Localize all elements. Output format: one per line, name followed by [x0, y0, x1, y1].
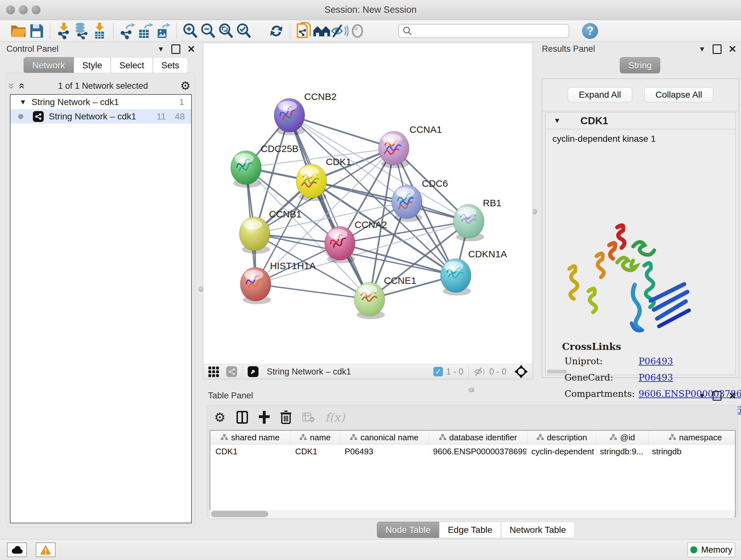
import-network-database-button[interactable]: [73, 22, 91, 40]
expand-all-button[interactable]: Expand All: [568, 87, 632, 103]
table-cell[interactable]: cyclin-dependent ...: [526, 444, 595, 458]
node-CCNA1[interactable]: CCNA1: [379, 124, 442, 168]
panel-menu-icon[interactable]: ▼: [157, 45, 164, 53]
zoom-fit-button[interactable]: [217, 22, 235, 40]
hide-selected-button[interactable]: [331, 22, 348, 40]
panel-menu-icon[interactable]: ▼: [698, 392, 705, 400]
zoom-selected-button[interactable]: [235, 22, 253, 40]
table-cell[interactable]: CDK1: [210, 444, 290, 458]
network-view[interactable]: CCNB2CCNA1CDC25BCDK1CDC6RB1CCNB1CCNA2CDK…: [203, 43, 533, 379]
export-image-button[interactable]: [154, 22, 172, 40]
network-collection-row[interactable]: ▼ String Network – cdk1 1: [10, 95, 191, 109]
node-CCNB1[interactable]: CCNB1: [239, 209, 301, 254]
panel-close-icon[interactable]: ✕: [729, 391, 737, 401]
node-CDKN1A[interactable]: CDKN1A: [441, 249, 507, 296]
column-header-database-identifier[interactable]: database identifier: [429, 431, 528, 444]
panel-float-icon[interactable]: [713, 391, 722, 401]
crosslink-link[interactable]: P06493: [638, 372, 673, 383]
import-network-file-button[interactable]: [55, 22, 73, 40]
panel-menu-icon[interactable]: ▼: [698, 45, 705, 53]
memory-button[interactable]: Memory: [687, 543, 735, 557]
panel-close-icon[interactable]: ✕: [729, 44, 737, 54]
column-header-shared-name[interactable]: shared name: [210, 431, 290, 444]
edge-CCNE1-HIST1H1A[interactable]: [256, 284, 369, 299]
zoom-out-button[interactable]: [199, 22, 217, 40]
open-session-button[interactable]: [10, 22, 27, 40]
table-cell[interactable]: 9606.ENSP00000378699: [428, 444, 526, 458]
tab-style[interactable]: Style: [74, 57, 111, 73]
show-columns-icon[interactable]: [237, 411, 248, 424]
network-row[interactable]: String Network – cdk1 11 48: [10, 109, 191, 124]
table-hscrollbar-thumb[interactable]: [211, 511, 268, 517]
network-canvas[interactable]: CCNB2CCNA1CDC25BCDK1CDC6RB1CCNB1CCNA2CDK…: [203, 43, 532, 364]
show-selected-button[interactable]: [348, 22, 366, 40]
neighborhood-button[interactable]: [313, 22, 331, 40]
export-table-button[interactable]: [136, 22, 154, 40]
panel-close-icon[interactable]: ✕: [187, 44, 195, 54]
collapse-triangle-icon[interactable]: ▼: [554, 117, 561, 125]
table-row[interactable]: CDK1CDK1P064939606.ENSP00000378699cyclin…: [210, 444, 735, 458]
expand-all-networks-icon[interactable]: «: [17, 83, 28, 89]
column-header-canonical-name[interactable]: canonical name: [340, 431, 429, 444]
gene-section-header[interactable]: ▼ CDK1: [545, 112, 736, 129]
question-mark-icon: ?: [587, 24, 594, 38]
add-column-icon[interactable]: [259, 411, 270, 424]
import-table-button[interactable]: [91, 22, 109, 40]
results-panel-title: Results Panel: [542, 44, 595, 54]
tab-sets[interactable]: Sets: [153, 57, 188, 73]
tab-string[interactable]: String: [620, 57, 660, 73]
table-cell[interactable]: CDK1: [290, 444, 340, 458]
column-type-icon: [669, 434, 676, 441]
warnings-button[interactable]: [36, 543, 56, 557]
export-image-icon: [154, 23, 171, 39]
collapse-all-button[interactable]: Collapse All: [644, 87, 713, 103]
cloud-status-button[interactable]: [7, 543, 27, 557]
table-hscrollbar-track: [210, 510, 734, 518]
selected-checkbox-icon[interactable]: ✓: [433, 367, 443, 376]
column-header-description[interactable]: description: [528, 431, 596, 444]
network-tree: ▼ String Network – cdk1 1 String Network…: [10, 94, 192, 523]
tab-node-table[interactable]: Node Table: [377, 522, 439, 538]
column-header-namespace[interactable]: namespace: [649, 431, 736, 444]
gear-icon[interactable]: ⚙: [214, 410, 226, 425]
zoom-in-button[interactable]: [181, 22, 199, 40]
table-cell[interactable]: stringdb: [647, 444, 736, 458]
help-button[interactable]: ?: [582, 23, 598, 39]
node-table[interactable]: shared namenamecanonical namedatabase id…: [210, 430, 736, 517]
edge-CCNB2-CCNA1[interactable]: [289, 115, 394, 148]
detach-view-icon[interactable]: [248, 366, 259, 377]
tab-network[interactable]: Network: [23, 57, 74, 73]
table-cell[interactable]: P06493: [340, 444, 428, 458]
tab-edge-table[interactable]: Edge Table: [439, 522, 501, 538]
edge-CCNB2-CCNE1[interactable]: [289, 115, 369, 299]
grid-view-icon[interactable]: [208, 365, 220, 378]
node-HIST1H1A[interactable]: HIST1H1A: [240, 260, 316, 304]
tab-network-table[interactable]: Network Table: [501, 522, 575, 538]
results-hscrollbar[interactable]: [547, 370, 567, 374]
zoom-fit-icon: [218, 23, 234, 39]
node-count: 11: [157, 111, 166, 122]
collapse-all-networks-icon[interactable]: »: [7, 83, 17, 89]
node-CCNE1[interactable]: CCNE1: [354, 275, 416, 319]
column-header--id[interactable]: @id: [596, 431, 649, 444]
gear-icon[interactable]: ⚙: [180, 79, 191, 92]
save-session-button[interactable]: [27, 22, 45, 40]
export-network-button[interactable]: [118, 22, 136, 40]
node-CDC6[interactable]: CDC6: [392, 178, 448, 222]
node-CCNB2[interactable]: CCNB2: [274, 91, 337, 135]
column-header-name[interactable]: name: [290, 431, 340, 444]
hidden-counts: 0 - 0: [489, 367, 507, 377]
node-RB1[interactable]: RB1: [454, 198, 501, 241]
refresh-button[interactable]: [267, 22, 285, 40]
collapse-triangle-icon[interactable]: ▼: [19, 98, 26, 106]
crosslink-link[interactable]: P06493: [638, 356, 673, 367]
delete-column-icon[interactable]: [280, 411, 291, 424]
birds-eye-icon[interactable]: [514, 365, 528, 379]
panel-float-icon[interactable]: [172, 44, 180, 54]
panel-float-icon[interactable]: [713, 44, 722, 54]
table-cell[interactable]: stringdb:9...: [595, 444, 647, 458]
tab-select[interactable]: Select: [111, 57, 153, 73]
search-input[interactable]: [398, 24, 569, 38]
node-table-box: ⚙: [207, 405, 738, 519]
share-document-button[interactable]: [295, 22, 313, 40]
